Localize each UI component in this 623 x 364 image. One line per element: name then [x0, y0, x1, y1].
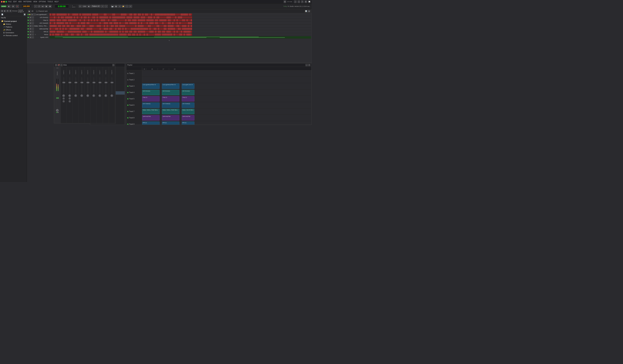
mixer-resize-icon[interactable]: ⤡ [112, 64, 114, 66]
beat-cell[interactable] [142, 22, 144, 24]
beat-cell[interactable] [60, 19, 61, 21]
beat-cell[interactable] [155, 16, 156, 19]
beat-cell[interactable] [91, 16, 92, 19]
beat-cell[interactable] [74, 16, 75, 19]
beat-cell[interactable] [84, 25, 85, 27]
beat-cell[interactable] [80, 22, 81, 24]
beat-cell[interactable] [177, 31, 178, 33]
beat-cell[interactable] [136, 19, 138, 21]
beat-cell[interactable] [61, 25, 62, 27]
beat-cell[interactable] [68, 19, 69, 21]
beat-cell[interactable] [164, 19, 165, 21]
beat-cell[interactable] [186, 22, 188, 24]
insert1-fader-track[interactable] [63, 78, 64, 93]
beat-cell[interactable] [92, 13, 94, 16]
beat-cell[interactable] [78, 25, 79, 27]
insert1-fader-thumb[interactable] [63, 82, 65, 83]
tl-block-drum1[interactable]: LEX Drum(1) [142, 90, 159, 95]
beat-cell[interactable] [164, 22, 165, 24]
tl-block-clap3[interactable]: Clap (1) [182, 96, 194, 102]
beat-cell[interactable] [127, 25, 128, 27]
beat-cell[interactable] [132, 13, 134, 16]
rack-btn-2[interactable]: ▦ [308, 10, 311, 13]
insert6-knob[interactable] [92, 94, 95, 97]
beat-cell[interactable] [125, 22, 126, 24]
beat-cell[interactable] [72, 22, 74, 24]
ch-led-3[interactable] [28, 22, 29, 24]
beat-cell[interactable] [55, 16, 57, 19]
insert8-fader-track[interactable] [106, 78, 106, 93]
beat-cell[interactable] [74, 31, 75, 33]
beat-cell[interactable] [111, 13, 112, 16]
beat-cell[interactable] [164, 25, 165, 27]
beat-cell[interactable] [118, 22, 119, 24]
beat-cell[interactable] [75, 28, 77, 30]
beat-cell[interactable] [111, 16, 112, 19]
beat-cell[interactable] [51, 33, 52, 36]
beat-cell[interactable] [63, 31, 64, 33]
beat-cell[interactable] [125, 19, 126, 21]
beat-cell[interactable] [67, 28, 68, 30]
ch-led-0[interactable] [28, 14, 29, 15]
beat-cell[interactable] [167, 19, 168, 21]
insert2-send-1[interactable] [69, 97, 71, 100]
beat-cell[interactable] [191, 25, 192, 27]
beat-cell[interactable] [178, 19, 179, 21]
beat-cell[interactable] [54, 33, 55, 36]
browser-icon[interactable]: 📂 [122, 5, 125, 8]
beat-cell[interactable] [154, 22, 155, 24]
beat-cell[interactable] [54, 31, 55, 33]
beat-cell[interactable] [182, 13, 183, 16]
beat-cell[interactable] [154, 31, 155, 33]
beat-cell[interactable] [71, 16, 72, 19]
track-row-4[interactable]: Track 4 [126, 89, 142, 96]
beat-cell[interactable] [50, 22, 51, 24]
line-mode-icon[interactable]: ✏ [79, 5, 82, 8]
beat-cell[interactable] [185, 13, 186, 16]
beat-cell[interactable] [131, 28, 132, 30]
ch-led-2[interactable] [28, 20, 29, 21]
beat-cell[interactable] [149, 13, 151, 16]
insert8-fader-thumb[interactable] [105, 82, 107, 83]
sidebar-item-history[interactable]: 📁 History [0, 23, 27, 25]
beat-cell[interactable] [115, 25, 116, 27]
beat-cell[interactable] [84, 22, 85, 24]
beat-cell[interactable] [77, 31, 78, 33]
beat-cell[interactable] [121, 22, 122, 24]
beat-cell[interactable] [110, 22, 111, 24]
ch-btn-1[interactable]: ◀ [29, 16, 31, 19]
beat-cell[interactable] [78, 28, 79, 30]
track-row-6[interactable]: Track 6 [126, 102, 142, 108]
beat-cell[interactable] [136, 31, 138, 33]
beat-cell[interactable] [134, 16, 135, 19]
track-row-3[interactable]: Track 3 [126, 83, 142, 89]
beat-cell[interactable] [154, 33, 155, 36]
beat-cell[interactable] [108, 31, 109, 33]
rack-btn-1[interactable]: 📊 [305, 10, 307, 13]
beat-cell[interactable] [161, 25, 162, 27]
beat-cell[interactable] [154, 28, 155, 30]
beat-cell[interactable] [85, 13, 87, 16]
beat-cell[interactable] [125, 13, 126, 16]
beat-cell[interactable] [122, 16, 124, 19]
beat-cell[interactable] [64, 25, 65, 27]
beat-cell[interactable] [177, 25, 178, 27]
beat-cell[interactable] [174, 22, 175, 24]
beat-cell[interactable] [169, 28, 171, 30]
beat-cell[interactable] [135, 25, 136, 27]
beat-cell[interactable] [72, 31, 74, 33]
beat-cell[interactable] [63, 28, 64, 30]
beat-cell[interactable] [151, 19, 152, 21]
beat-cell[interactable] [130, 33, 131, 36]
beat-cell[interactable] [85, 22, 87, 24]
beat-cell[interactable] [175, 22, 176, 24]
beat-cell[interactable] [118, 31, 119, 33]
ch-mute-2[interactable]: — [32, 19, 34, 21]
beat-cell[interactable] [149, 19, 151, 21]
ch-led-6[interactable] [28, 31, 29, 32]
beat-cell[interactable] [118, 16, 119, 19]
beat-cell[interactable] [68, 28, 69, 30]
beat-cell[interactable] [178, 13, 179, 16]
beat-cell[interactable] [94, 13, 95, 16]
beat-cell[interactable] [184, 28, 185, 30]
